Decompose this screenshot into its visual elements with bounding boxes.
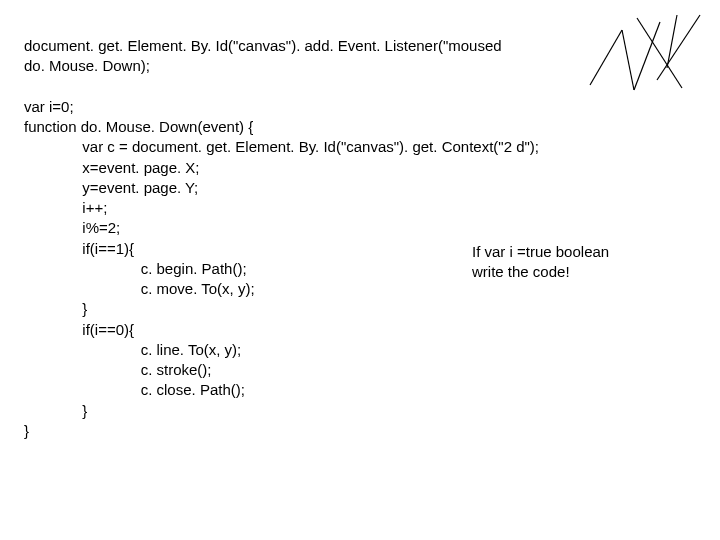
svg-line-2 [634, 22, 660, 90]
annotation-note: If var i =true boolean write the code! [472, 242, 609, 283]
svg-line-5 [667, 15, 677, 68]
line-sketch-icon [582, 10, 702, 100]
svg-line-1 [622, 30, 634, 90]
svg-line-4 [657, 15, 700, 80]
svg-line-0 [590, 30, 622, 85]
